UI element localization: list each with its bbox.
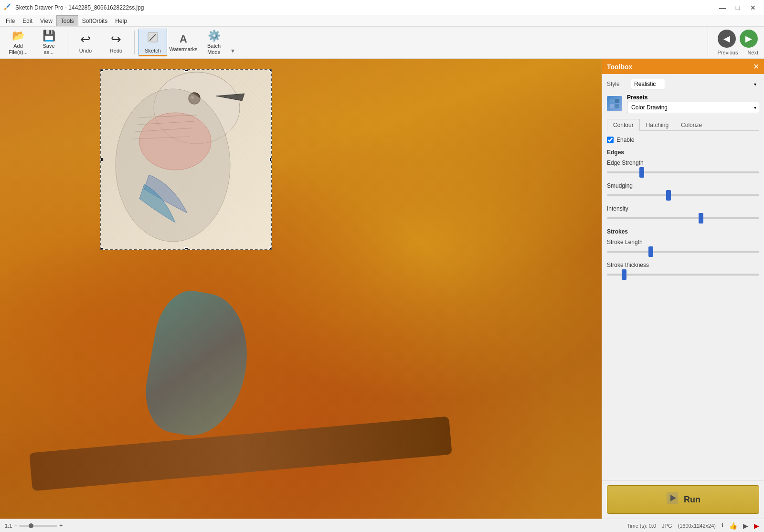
sketch-icon (146, 31, 159, 47)
menubar: File Edit View Tools SoftOrbits Help (0, 15, 764, 27)
svg-rect-15 (615, 104, 619, 108)
menu-help[interactable]: Help (111, 15, 131, 26)
style-select-wrap: Realistic Classic Charcoal Watercolor (631, 79, 759, 89)
main-area: Toolbox ✕ Style Realistic Classic Charco… (0, 59, 764, 519)
save-icon: 💾 (42, 30, 55, 42)
zoom-label: 1:1 (5, 523, 12, 529)
presets-select-wrap: Color Drawing Black & White Pencil Ink (627, 102, 759, 113)
smudging-group: Smudging (607, 182, 759, 198)
toolbox-panel: Toolbox ✕ Style Realistic Classic Charco… (602, 59, 764, 519)
stroke-thickness-label: Stroke thickness (607, 262, 759, 268)
zoom-thumb[interactable] (29, 523, 33, 528)
run-section: Run (602, 480, 764, 519)
undo-button[interactable]: ↩ Undo (71, 29, 100, 56)
minimize-button[interactable]: — (715, 2, 730, 13)
watermarks-label: Watermarks (170, 46, 198, 52)
batch-label: BatchMode (207, 43, 221, 55)
resize-handle-bc[interactable] (184, 247, 188, 250)
resize-handle-ml[interactable] (100, 158, 103, 161)
intensity-group: Intensity (607, 205, 759, 221)
zoom-section: 1:1 − + (5, 522, 63, 529)
sketch-overlay[interactable] (100, 69, 272, 250)
add-file-button[interactable]: 📂 AddFile(s)... (4, 29, 32, 56)
presets-section: Presets Color Drawing Black & White Penc… (627, 94, 759, 113)
nav-buttons: ◀ ▶ (718, 30, 758, 48)
menu-tools[interactable]: Tools (56, 15, 78, 26)
canvas-area[interactable] (0, 59, 602, 519)
resize-handle-br[interactable] (269, 247, 272, 250)
toolbox-close-button[interactable]: ✕ (753, 62, 759, 71)
menu-softorbits[interactable]: SoftOrbits (78, 15, 111, 26)
edge-strength-group: Edge Strength (607, 160, 759, 175)
tab-colorize[interactable]: Colorize (675, 119, 708, 131)
dimensions-label: (1600x1242x24) (678, 523, 716, 529)
add-file-icon: 📂 (12, 30, 25, 42)
resize-handle-tc[interactable] (184, 69, 188, 72)
smudging-label: Smudging (607, 182, 759, 189)
tab-hatching[interactable]: Hatching (640, 119, 675, 131)
resize-handle-bl[interactable] (100, 247, 103, 250)
tabs: Contour Hatching Colorize (607, 119, 759, 131)
social-icon[interactable]: ▶ (743, 522, 748, 530)
watermarks-button[interactable]: A Watermarks (169, 29, 198, 56)
toolbox-header: Toolbox ✕ (602, 59, 764, 74)
style-label: Style (607, 81, 626, 87)
style-select[interactable]: Realistic Classic Charcoal Watercolor (631, 79, 665, 89)
resize-handle-mr[interactable] (269, 158, 272, 161)
redo-label: Redo (110, 48, 122, 53)
batch-mode-button[interactable]: ⚙️ BatchMode (200, 29, 228, 56)
stroke-length-slider[interactable] (607, 251, 759, 253)
undo-label: Undo (79, 48, 92, 53)
save-label: Saveas... (42, 43, 54, 55)
statusbar: 1:1 − + Time (s): 0.0 JPG (1600x1242x24)… (0, 519, 764, 532)
zoom-plus-icon[interactable]: + (59, 522, 63, 529)
menu-view[interactable]: View (36, 15, 56, 26)
menu-edit[interactable]: Edit (19, 15, 36, 26)
nav-labels: Previous Next (716, 50, 760, 55)
presets-select[interactable]: Color Drawing Black & White Pencil Ink (627, 102, 759, 113)
watermarks-icon: A (180, 33, 187, 45)
intensity-slider[interactable] (607, 217, 759, 219)
edge-strength-slider[interactable] (607, 171, 759, 173)
svg-point-7 (139, 113, 211, 170)
redo-button[interactable]: ↪ Redo (102, 29, 130, 56)
resize-handle-tl[interactable] (100, 69, 103, 72)
next-button[interactable]: ▶ (740, 30, 758, 48)
presets-icon (607, 96, 622, 111)
previous-button[interactable]: ◀ (718, 30, 736, 48)
close-button[interactable]: ✕ (746, 2, 760, 13)
stroke-length-label: Stroke Length (607, 239, 759, 245)
save-as-button[interactable]: 💾 Saveas... (34, 29, 63, 56)
run-label: Run (684, 495, 700, 505)
format-label: JPG (662, 523, 672, 529)
run-button[interactable]: Run (607, 485, 759, 514)
stroke-length-group: Stroke Length (607, 239, 759, 254)
enable-label: Enable (616, 137, 634, 143)
menu-file[interactable]: File (2, 15, 19, 26)
zoom-control: − + (14, 522, 63, 529)
youtube-icon[interactable]: ▶ (754, 522, 759, 530)
style-row: Style Realistic Classic Charcoal Waterco… (607, 79, 759, 89)
sketch-button[interactable]: Sketch (138, 29, 167, 56)
sketch-lines (101, 70, 271, 249)
svg-rect-12 (610, 99, 614, 103)
maximize-button[interactable]: □ (731, 2, 745, 13)
intensity-label: Intensity (607, 205, 759, 212)
smudging-slider[interactable] (607, 194, 759, 196)
zoom-minus-icon[interactable]: − (14, 522, 17, 529)
strokes-section-header: Strokes (607, 228, 759, 235)
resize-handle-tr[interactable] (269, 69, 272, 72)
previous-label: Previous (718, 50, 738, 55)
share-icon[interactable]: 👍 (729, 522, 737, 530)
toolbar-more-icon[interactable]: ▾ (231, 47, 234, 54)
svg-rect-13 (615, 99, 619, 103)
toolbar-sep-2 (134, 31, 135, 54)
tab-contour[interactable]: Contour (607, 119, 640, 131)
stroke-thickness-slider[interactable] (607, 274, 759, 276)
window-title: Sketch Drawer Pro - 1442285_80661628222s… (15, 4, 715, 11)
info-icon[interactable]: ℹ (722, 522, 723, 529)
app-icon: 🖌️ (4, 3, 12, 12)
presets-label: Presets (627, 94, 759, 101)
next-label: Next (747, 50, 758, 55)
enable-checkbox[interactable] (607, 137, 614, 143)
